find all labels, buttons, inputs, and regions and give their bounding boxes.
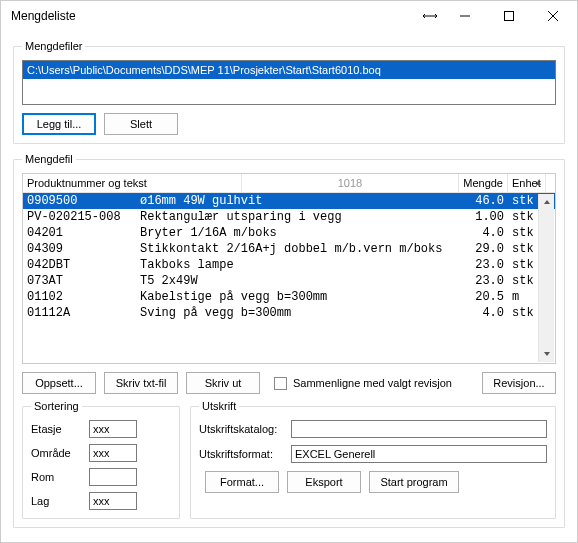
print-format-row: Utskriftsformat: <box>199 445 547 463</box>
revision-button[interactable]: Revisjon... <box>482 372 556 394</box>
floor-label: Etasje <box>31 423 89 435</box>
cell-product: 042DBT <box>23 257 136 273</box>
close-button[interactable] <box>531 1 575 31</box>
client-area: Mengdefiler C:\Users\Public\Documents\DD… <box>1 31 577 543</box>
export-button[interactable]: Eksport <box>287 471 361 493</box>
print-format-label: Utskriftsformat: <box>199 448 285 460</box>
file-list-item[interactable]: C:\Users\Public\Documents\DDS\MEP 11\Pro… <box>23 61 555 79</box>
svg-rect-1 <box>505 12 514 21</box>
col-product[interactable]: Produktnummer og tekst <box>23 174 242 192</box>
col-unit[interactable]: Enhet ▴ <box>508 174 546 192</box>
cell-qty: 29.0 <box>459 241 508 257</box>
cell-text: T5 2x49W <box>136 273 459 289</box>
col-sort-indicator[interactable]: 1018 <box>242 174 459 192</box>
grid-body[interactable]: 0909500ø16mm 49W gulhvit46.0stkPV-020215… <box>23 193 555 363</box>
cell-product: 04201 <box>23 225 136 241</box>
cell-text: Takboks lampe <box>136 257 459 273</box>
chevron-up-icon: ▴ <box>536 176 541 187</box>
scroll-up-icon[interactable] <box>539 194 554 210</box>
print-format-input[interactable] <box>291 445 547 463</box>
cell-text: ø16mm 49W gulhvit <box>136 193 459 209</box>
table-row[interactable]: PV-020215-008Rektangulær utsparing i veg… <box>23 209 555 225</box>
print-group: Utskrift Utskriftskatalog: Utskriftsform… <box>190 400 556 519</box>
cell-qty: 46.0 <box>459 193 508 209</box>
file-buttons-row: Legg til... Slett <box>22 113 556 135</box>
table-row[interactable]: 04309Stikkontakt 2/16A+j dobbel m/b.vern… <box>23 241 555 257</box>
room-label: Rom <box>31 471 89 483</box>
cell-text: Sving på vegg b=300mm <box>136 305 459 321</box>
print-catalog-input[interactable] <box>291 420 547 438</box>
layer-label: Lag <box>31 495 89 507</box>
cell-qty: 4.0 <box>459 305 508 321</box>
vertical-scrollbar[interactable] <box>538 194 554 362</box>
list-toolbar: Oppsett... Skriv txt-fil Skriv ut Sammen… <box>22 372 556 394</box>
scroll-down-icon[interactable] <box>539 346 554 362</box>
area-label: Område <box>31 447 89 459</box>
table-row[interactable]: 01102Kabelstige på vegg b=300mm20.5m <box>23 289 555 305</box>
setup-button[interactable]: Oppsett... <box>22 372 96 394</box>
table-row[interactable]: 073ATT5 2x49W23.0stk <box>23 273 555 289</box>
add-file-button[interactable]: Legg til... <box>22 113 96 135</box>
print-button[interactable]: Skriv ut <box>186 372 260 394</box>
window-title: Mengdeliste <box>11 9 417 23</box>
lower-panels: Sortering Etasje Område Rom Lag Utskrift… <box>22 400 556 519</box>
cell-product: 0909500 <box>23 193 136 209</box>
sort-group: Sortering Etasje Område Rom Lag <box>22 400 180 519</box>
layer-input[interactable] <box>89 492 137 510</box>
cell-text: Rektangulær utsparing i vegg <box>136 209 459 225</box>
list-group-label: Mengdefil <box>22 153 76 165</box>
minimize-button[interactable] <box>443 1 487 31</box>
table-row[interactable]: 042DBTTakboks lampe23.0stk <box>23 257 555 273</box>
table-row[interactable]: 0909500ø16mm 49W gulhvit46.0stk <box>23 193 555 209</box>
grid-header: Produktnummer og tekst 1018 Mengde Enhet… <box>23 174 555 193</box>
col-scroll-spacer <box>546 174 555 192</box>
print-catalog-row: Utskriftskatalog: <box>199 420 547 438</box>
checkbox-box <box>274 377 287 390</box>
compare-revision-checkbox[interactable]: Sammenligne med valgt revisjon <box>274 377 452 390</box>
print-catalog-label: Utskriftskatalog: <box>199 423 285 435</box>
cell-qty: 23.0 <box>459 273 508 289</box>
table-row[interactable]: 04201Bryter 1/16A m/boks4.0stk <box>23 225 555 241</box>
start-program-button[interactable]: Start program <box>369 471 459 493</box>
table-row[interactable]: 01112ASving på vegg b=300mm4.0stk <box>23 305 555 321</box>
file-list[interactable]: C:\Users\Public\Documents\DDS\MEP 11\Pro… <box>22 60 556 105</box>
cell-qty: 20.5 <box>459 289 508 305</box>
area-input[interactable] <box>89 444 137 462</box>
files-group: Mengdefiler C:\Users\Public\Documents\DD… <box>13 40 565 144</box>
cell-qty: 1.00 <box>459 209 508 225</box>
format-button[interactable]: Format... <box>205 471 279 493</box>
cell-text: Bryter 1/16A m/boks <box>136 225 459 241</box>
delete-file-button[interactable]: Slett <box>104 113 178 135</box>
list-group: Mengdefil Produktnummer og tekst 1018 Me… <box>13 153 565 528</box>
cell-qty: 4.0 <box>459 225 508 241</box>
files-group-label: Mengdefiler <box>22 40 85 52</box>
cell-product: PV-020215-008 <box>23 209 136 225</box>
room-input[interactable] <box>89 468 137 486</box>
resize-icon[interactable] <box>417 1 443 31</box>
cell-qty: 23.0 <box>459 257 508 273</box>
cell-product: 01112A <box>23 305 136 321</box>
maximize-button[interactable] <box>487 1 531 31</box>
floor-input[interactable] <box>89 420 137 438</box>
title-bar: Mengdeliste <box>1 1 577 31</box>
cell-text: Kabelstige på vegg b=300mm <box>136 289 459 305</box>
cell-text: Stikkontakt 2/16A+j dobbel m/b.vern m/bo… <box>136 241 459 257</box>
cell-product: 01102 <box>23 289 136 305</box>
compare-revision-label: Sammenligne med valgt revisjon <box>293 377 452 389</box>
cell-product: 04309 <box>23 241 136 257</box>
print-group-label: Utskrift <box>199 400 239 412</box>
cell-product: 073AT <box>23 273 136 289</box>
write-txt-button[interactable]: Skriv txt-fil <box>104 372 178 394</box>
quantity-grid: Produktnummer og tekst 1018 Mengde Enhet… <box>22 173 556 364</box>
print-buttons-row: Format... Eksport Start program <box>205 471 547 493</box>
col-qty[interactable]: Mengde <box>459 174 508 192</box>
sort-group-label: Sortering <box>31 400 82 412</box>
sort-grid: Etasje Område Rom Lag <box>31 420 171 510</box>
